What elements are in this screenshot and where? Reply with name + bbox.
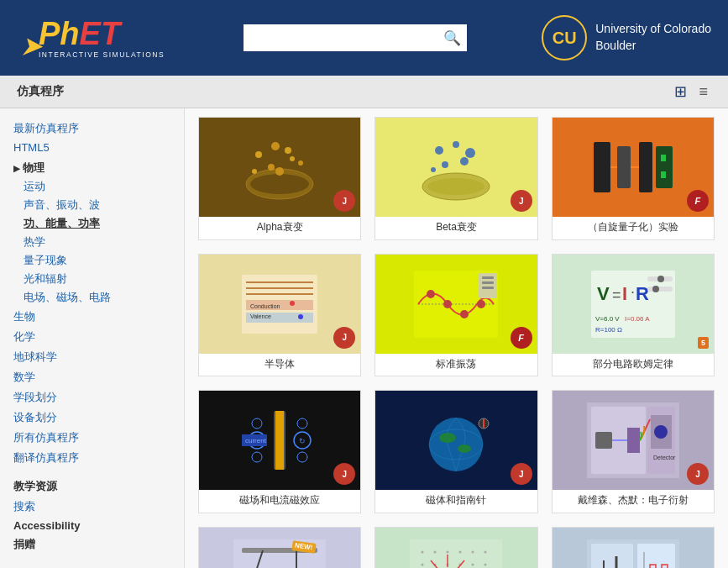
sidebar-item-donate[interactable]: 捐赠 — [13, 534, 175, 555]
sim-card-battery[interactable]: 1.5 V J 电池电压 — [552, 527, 715, 568]
sim-card-circuit[interactable]: V = I · R V=6.0 V I=0.06 A — [552, 254, 715, 377]
svg-rect-21 — [656, 146, 673, 188]
svg-point-15 — [442, 161, 448, 168]
java-badge-semi: J — [333, 327, 355, 349]
sidebar-item-html5[interactable]: HTML5 — [13, 139, 175, 156]
svg-point-73 — [429, 418, 483, 471]
sim-card-magcomp[interactable]: J 磁体和指南针 — [374, 390, 537, 513]
phet-logo[interactable]: ➤ PhET INTERACTIVE SIMULATIONS — [17, 13, 169, 63]
sim-title-davidson: 戴维森、杰默：电子衍射 — [553, 490, 714, 513]
sim-card-pendulum[interactable]: NEW! 5 钟摆实验 — [198, 527, 361, 568]
sidebar-item-motion[interactable]: 运动 — [13, 177, 175, 196]
sidebar-item-heat[interactable]: 热学 — [13, 233, 175, 251]
sim-title-wave: 标准振荡 — [375, 354, 537, 376]
sim-visual-elecfield: + — [375, 528, 537, 568]
svg-point-5 — [268, 164, 275, 171]
sim-title-circuit: 部分电路欧姆定律 — [553, 354, 714, 376]
svg-text:R: R — [636, 283, 649, 304]
page-header: ➤ PhET INTERACTIVE SIMULATIONS 🔍 CU Univ… — [0, 0, 728, 76]
sim-content: J Alpha衰变 — [185, 108, 728, 568]
sidebar-item-device[interactable]: 设备划分 — [13, 408, 175, 428]
sim-card-magfield[interactable]: ↺ ↻ current J 磁场和电流磁效应 — [198, 390, 361, 513]
svg-text:↻: ↻ — [299, 437, 306, 445]
svg-point-7 — [298, 160, 303, 166]
sidebar-category-physics: ▶物理 — [13, 156, 175, 177]
univ-emblem-icon: CU — [542, 15, 587, 60]
svg-rect-138 — [591, 544, 633, 568]
search-input[interactable] — [244, 24, 437, 51]
svg-point-34 — [290, 301, 295, 306]
svg-text:I=0.06 A: I=0.06 A — [625, 315, 650, 323]
sim-card-beta[interactable]: J Beta衰变 — [374, 117, 537, 240]
svg-rect-19 — [617, 146, 631, 188]
sidebar-item-work-energy[interactable]: 功、能量、功率 — [13, 214, 175, 233]
sidebar-item-light[interactable]: 光和辐射 — [13, 270, 175, 288]
svg-point-16 — [460, 157, 469, 166]
svg-rect-18 — [594, 142, 610, 192]
view-toggle[interactable]: ⊞ ≡ — [671, 81, 711, 103]
svg-point-4 — [290, 156, 295, 161]
sidebar-item-chemistry[interactable]: 化学 — [13, 327, 175, 347]
svg-text:V: V — [597, 283, 610, 304]
search-bar[interactable]: 🔍 — [244, 24, 467, 51]
sidebar-item-accessibility[interactable]: Accessibility — [13, 517, 175, 534]
svg-point-35 — [298, 314, 303, 319]
sim-card-spin[interactable]: F （自旋量子化）实验 — [552, 117, 715, 240]
sidebar-item-latest[interactable]: 最新仿真程序 — [13, 118, 175, 139]
sidebar-item-electric[interactable]: 电场、磁场、电路 — [13, 288, 175, 307]
java-badge-beta: J — [511, 190, 532, 212]
svg-text:Detector: Detector — [653, 455, 676, 460]
sim-thumb-beta: J — [375, 118, 537, 217]
sidebar-item-sound[interactable]: 声音、振动、波 — [13, 196, 175, 214]
svg-rect-83 — [595, 432, 612, 449]
sidebar-item-math[interactable]: 数学 — [13, 367, 175, 387]
sim-card-wave[interactable]: F 标准振荡 — [374, 254, 537, 377]
sidebar-item-quantum[interactable]: 量子现象 — [13, 251, 175, 270]
sidebar-item-biology[interactable]: 生物 — [13, 307, 175, 327]
svg-rect-22 — [661, 155, 666, 161]
svg-rect-44 — [482, 281, 494, 284]
sidebar-item-earth[interactable]: 地球科学 — [13, 347, 175, 367]
svg-point-103 — [484, 550, 487, 553]
svg-point-38 — [427, 290, 435, 298]
sidebar-item-search[interactable]: 搜索 — [13, 497, 175, 517]
svg-point-75 — [439, 433, 456, 443]
logo-area: ➤ PhET INTERACTIVE SIMULATIONS — [17, 13, 169, 63]
sim-thumb-magfield: ↺ ↻ current J — [199, 391, 360, 490]
sim-card-davidson[interactable]: Detector J 戴维森、杰默：电子衍射 — [552, 390, 715, 513]
sidebar-item-teaching[interactable]: 教学资源 — [13, 476, 175, 497]
sim-thumb-elecfield: + J — [375, 528, 537, 568]
flash-badge-spin: F — [687, 190, 709, 212]
sim-card-elecfield[interactable]: + J 电场、电荷 — [374, 527, 537, 568]
svg-point-14 — [465, 148, 475, 158]
svg-point-17 — [431, 167, 436, 172]
svg-point-87 — [654, 425, 668, 439]
svg-point-40 — [460, 310, 469, 318]
svg-point-99 — [434, 550, 437, 553]
sidebar-item-all[interactable]: 所有仿真程序 — [13, 428, 175, 448]
sidebar-item-translate[interactable]: 翻译仿真程序 — [13, 448, 175, 468]
sim-title-alpha: Alpha衰变 — [199, 217, 360, 239]
breadcrumb: 仿真程序 — [17, 84, 64, 99]
grid-view-button[interactable]: ⊞ — [671, 81, 690, 103]
sidebar-item-grade[interactable]: 学段划分 — [13, 387, 175, 408]
sim-visual-battery: 1.5 V — [553, 528, 714, 568]
logo-text: PhET — [39, 18, 165, 50]
svg-text:R=100 Ω: R=100 Ω — [595, 326, 622, 334]
sim-thumb-alpha: J — [199, 118, 360, 217]
list-view-button[interactable]: ≡ — [695, 81, 711, 103]
sim-card-semi[interactable]: Conduction Valence J 半导体 — [198, 254, 361, 377]
svg-point-98 — [422, 550, 424, 553]
search-button[interactable]: 🔍 — [437, 24, 467, 51]
subheader: 仿真程序 ⊞ ≡ — [0, 76, 728, 108]
svg-text:·: · — [631, 283, 635, 300]
svg-point-109 — [484, 563, 487, 565]
univ-name: University of Colorado Boulder — [595, 21, 711, 54]
svg-rect-61 — [275, 411, 284, 470]
svg-rect-28 — [246, 287, 313, 289]
sim-card-alpha[interactable]: J Alpha衰变 — [198, 117, 361, 240]
svg-rect-45 — [482, 287, 494, 289]
svg-point-9 — [275, 167, 284, 176]
svg-point-102 — [472, 550, 474, 553]
svg-rect-85 — [627, 428, 640, 453]
